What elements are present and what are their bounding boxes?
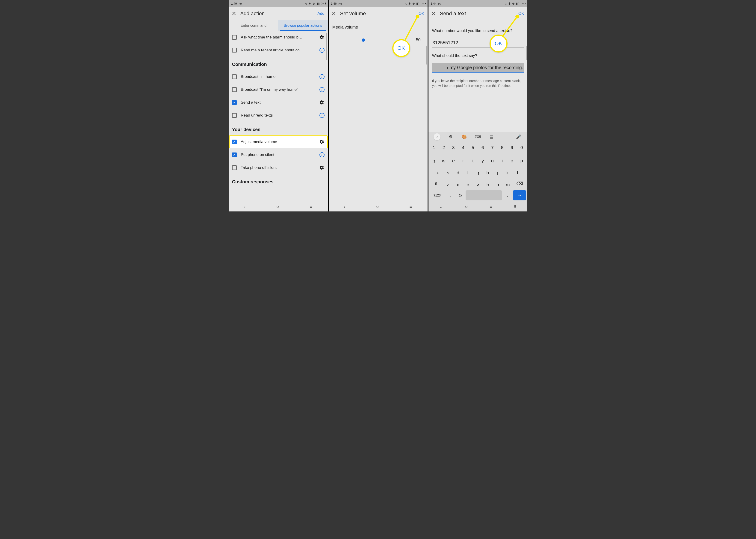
emoji-key-icon[interactable]: ☺ xyxy=(456,190,465,200)
volume-slider[interactable] xyxy=(332,40,410,40)
key[interactable]: a xyxy=(434,166,443,177)
key[interactable]: 7 xyxy=(488,142,497,153)
key[interactable]: r xyxy=(459,154,468,165)
list-item[interactable]: Read unread texts xyxy=(229,109,328,122)
checkbox-icon[interactable] xyxy=(232,48,237,52)
key[interactable]: h xyxy=(483,166,493,177)
message-input[interactable] xyxy=(432,63,524,73)
close-icon[interactable]: ✕ xyxy=(232,11,236,16)
list-item[interactable]: Take phone off silent xyxy=(229,161,328,174)
key[interactable]: l xyxy=(513,166,522,177)
ok-button[interactable]: OK xyxy=(518,11,524,16)
list-item-send-text[interactable]: Send a text xyxy=(229,96,328,109)
key[interactable]: 3 xyxy=(449,142,458,153)
key[interactable]: 5 xyxy=(468,142,477,153)
tab-browse-popular[interactable]: Browse popular actions xyxy=(278,20,328,31)
period-key[interactable]: . xyxy=(503,190,512,200)
checkbox-icon[interactable] xyxy=(232,113,237,118)
checkbox-icon[interactable] xyxy=(232,152,237,157)
key[interactable]: p xyxy=(517,154,526,165)
add-button[interactable]: Add xyxy=(317,11,324,16)
info-icon[interactable] xyxy=(319,48,324,53)
key[interactable]: m xyxy=(503,178,512,189)
checkbox-icon[interactable] xyxy=(232,165,237,170)
key[interactable]: s xyxy=(444,166,453,177)
actions-list[interactable]: Ask what time the alarm should b… Read m… xyxy=(229,31,328,202)
key[interactable]: w xyxy=(439,154,448,165)
key[interactable]: 2 xyxy=(439,142,448,153)
key[interactable]: y xyxy=(478,154,487,165)
checkbox-icon[interactable] xyxy=(232,74,237,79)
phone-number-input[interactable] xyxy=(432,38,524,47)
nav-back-icon[interactable]: ‹ xyxy=(244,204,246,209)
key[interactable]: 8 xyxy=(498,142,507,153)
key[interactable]: c xyxy=(463,178,472,189)
kbd-more-icon[interactable]: ⋯ xyxy=(502,133,508,140)
kbd-clipboard-icon[interactable]: ▤ xyxy=(488,133,495,140)
nav-recent-icon[interactable]: ≡ xyxy=(309,204,312,209)
list-item[interactable]: Broadcast "I'm on my way home" xyxy=(229,83,328,96)
symbols-key[interactable]: ?123 xyxy=(429,190,445,200)
kbd-keyboard-icon[interactable]: ⌨ xyxy=(474,133,481,140)
nav-home-icon[interactable]: ○ xyxy=(276,204,279,209)
key[interactable]: t xyxy=(468,154,477,165)
checkbox-icon[interactable] xyxy=(232,140,237,144)
ok-button[interactable]: OK xyxy=(419,11,424,16)
nav-keyboard-switch-icon[interactable]: ⠿ xyxy=(514,205,516,208)
gear-icon[interactable] xyxy=(319,100,324,105)
space-key[interactable] xyxy=(465,190,502,200)
kbd-gear-icon[interactable]: ⚙ xyxy=(447,133,454,140)
kbd-mic-icon[interactable]: 🎤 xyxy=(515,133,522,140)
kbd-back-icon[interactable]: ‹ xyxy=(434,133,441,140)
backspace-key-icon[interactable]: ⌫ xyxy=(513,178,527,189)
gear-icon[interactable] xyxy=(319,139,324,145)
gear-icon[interactable] xyxy=(319,35,324,40)
list-item[interactable]: Put phone on silent xyxy=(229,148,328,161)
kbd-palette-icon[interactable]: 🎨 xyxy=(461,133,468,140)
checkbox-icon[interactable] xyxy=(232,35,237,39)
key[interactable]: u xyxy=(488,154,497,165)
list-item[interactable]: Read me a recent article about co… xyxy=(229,44,328,57)
key[interactable]: b xyxy=(483,178,493,189)
key[interactable]: 9 xyxy=(507,142,517,153)
list-item[interactable]: Broadcast I'm home xyxy=(229,70,328,83)
key[interactable]: 6 xyxy=(478,142,487,153)
info-icon[interactable] xyxy=(319,152,324,157)
close-icon[interactable]: ✕ xyxy=(331,11,336,16)
key[interactable]: n xyxy=(493,178,502,189)
key[interactable]: g xyxy=(473,166,483,177)
slider-thumb-icon[interactable] xyxy=(362,38,365,42)
info-icon[interactable] xyxy=(319,74,324,79)
info-icon[interactable] xyxy=(319,113,324,118)
key[interactable]: f xyxy=(463,166,473,177)
key[interactable]: o xyxy=(507,154,517,165)
comma-key[interactable]: , xyxy=(446,190,455,200)
key[interactable]: i xyxy=(498,154,507,165)
checkbox-icon[interactable] xyxy=(232,87,237,92)
volume-input[interactable] xyxy=(413,36,424,44)
key[interactable]: j xyxy=(493,166,502,177)
nav-home-icon[interactable]: ○ xyxy=(465,204,468,209)
checkbox-icon[interactable] xyxy=(232,100,237,105)
nav-back-icon[interactable]: ‹ xyxy=(344,204,346,209)
nav-recent-icon[interactable]: ≡ xyxy=(409,204,412,209)
nav-home-icon[interactable]: ○ xyxy=(376,204,379,209)
list-item[interactable]: Ask what time the alarm should b… xyxy=(229,31,328,44)
list-item-adjust-volume[interactable]: Adjust media volume xyxy=(229,135,328,148)
key[interactable]: x xyxy=(453,178,462,189)
key[interactable]: 0 xyxy=(517,142,526,153)
key[interactable]: 4 xyxy=(459,142,468,153)
tab-enter-command[interactable]: Enter command xyxy=(229,20,279,31)
nav-down-icon[interactable]: ⌄ xyxy=(439,204,443,209)
key[interactable]: k xyxy=(503,166,512,177)
info-icon[interactable] xyxy=(319,87,324,92)
key[interactable]: z xyxy=(443,178,453,189)
gear-icon[interactable] xyxy=(319,165,324,171)
key[interactable]: e xyxy=(449,154,458,165)
close-icon[interactable]: ✕ xyxy=(431,11,436,16)
key[interactable]: v xyxy=(473,178,482,189)
key[interactable]: q xyxy=(429,154,439,165)
key[interactable]: 1 xyxy=(429,142,439,153)
key[interactable]: d xyxy=(454,166,463,177)
enter-key-icon[interactable]: → xyxy=(513,190,527,200)
